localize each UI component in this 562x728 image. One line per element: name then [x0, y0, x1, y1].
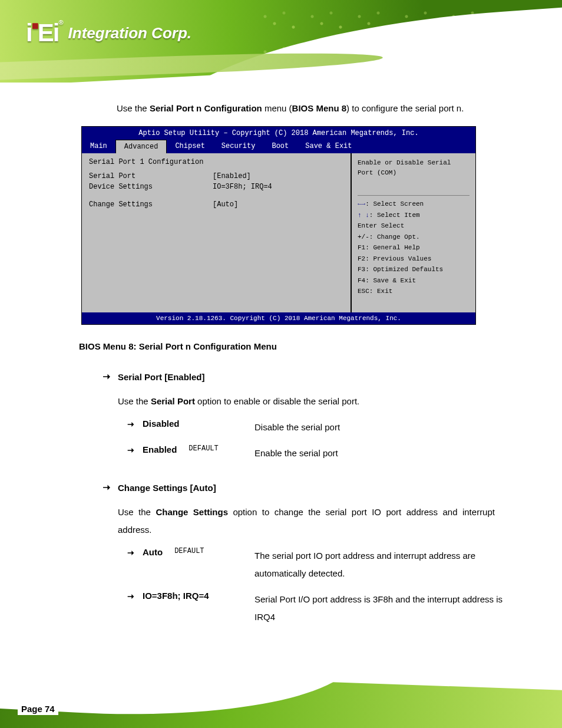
bios-left-pane: Serial Port 1 Configuration Serial Port … — [82, 153, 352, 312]
bios-right-pane: Enable or Disable Serial Port (COM) ←→: … — [352, 153, 475, 312]
option-choices: Auto DEFAULT The serial port IO port add… — [126, 547, 514, 626]
logo-accent-icon: ■ — [32, 19, 38, 32]
nav-text: : Previous Values — [365, 255, 431, 262]
choice-label-text: Enabled — [143, 444, 177, 454]
bios-body: Serial Port 1 Configuration Serial Port … — [82, 153, 475, 312]
choice-label-text: Auto — [143, 547, 163, 557]
bios-title: Aptio Setup Utility – Copyright (C) 2018… — [82, 127, 475, 140]
intro-post: ) to configure the serial port n. — [346, 103, 464, 113]
logo-mark-prefix: i — [26, 19, 32, 47]
arrow-right-icon — [126, 548, 137, 559]
choice-description: Disable the serial port — [254, 419, 514, 436]
option-title: Change Settings [Auto] — [118, 483, 216, 493]
nav-f3: F3: Optimized Defaults — [358, 265, 470, 275]
logo-registered-icon: ® — [58, 19, 62, 26]
opt-desc-pre: Use the — [118, 396, 151, 406]
nav-key: F3 — [358, 266, 365, 273]
arrow-right-icon — [101, 482, 112, 493]
opt-desc-bold: Serial Port — [151, 396, 195, 406]
arrow-right-icon — [126, 446, 137, 456]
opt-desc-pre: Use the — [118, 507, 156, 517]
option-description: Use the Serial Port option to enable or … — [118, 393, 495, 410]
option-serial-port: Serial Port [Enabled] Use the Serial Por… — [101, 371, 514, 462]
nav-text: : Save & Exit — [365, 277, 416, 284]
bios-help-text: Enable or Disable Serial Port (COM) — [358, 158, 470, 177]
arrow-updown-icon: ↑ ↓ — [358, 212, 369, 219]
bios-tab-main[interactable]: Main — [82, 140, 115, 153]
option-choices: Disabled Disable the serial port Enabled… — [126, 419, 514, 462]
bios-row-label: Device Settings — [89, 183, 213, 191]
nav-key: +/- — [358, 233, 369, 241]
logo: i■Ei® Integration Corp. — [26, 19, 191, 47]
nav-f2: F2: Previous Values — [358, 254, 470, 264]
bios-row-value: IO=3F8h; IRQ=4 — [213, 183, 272, 191]
choice-io3f8: IO=3F8h; IRQ=4 Serial Port I/O port addr… — [126, 591, 514, 626]
nav-text: : Optimized Defaults — [365, 266, 443, 273]
nav-key: Enter — [358, 222, 377, 229]
nav-text: : Exit — [369, 288, 393, 295]
bios-row-device-settings: Device Settings IO=3F8h; IRQ=4 — [89, 183, 343, 191]
opt-desc-bold: Change Settings — [156, 507, 228, 517]
bottom-banner: Page 74 — [0, 675, 562, 728]
logo-text: Integration Corp. — [68, 24, 191, 42]
option-description: Use the Change Settings option to change… — [118, 503, 495, 539]
choice-description: Serial Port I/O port address is 3F8h and… — [254, 591, 514, 626]
choice-default-tag: DEFAULT — [174, 547, 204, 557]
option-heading: Change Settings [Auto] — [101, 482, 514, 493]
arrow-right-icon — [126, 592, 137, 602]
bios-row-label: Serial Port — [89, 172, 213, 180]
choice-label: Enabled DEFAULT — [143, 444, 254, 454]
option-change-settings: Change Settings [Auto] Use the Change Se… — [101, 482, 514, 626]
nav-text: Select — [381, 222, 405, 229]
bios-tab-saveexit[interactable]: Save & Exit — [297, 140, 360, 153]
bios-tab-chipset[interactable]: Chipset — [167, 140, 213, 153]
choice-enabled: Enabled DEFAULT Enable the serial port — [126, 444, 514, 462]
nav-text: : Change Opt. — [369, 233, 420, 241]
option-heading: Serial Port [Enabled] — [101, 371, 514, 382]
logo-mark-suffix: i — [53, 19, 59, 47]
intro-line: Use the Serial Port n Configuration menu… — [117, 103, 562, 113]
choice-disabled: Disabled Disable the serial port — [126, 419, 514, 436]
choice-description: Enable the serial port — [254, 444, 514, 462]
nav-key: F4 — [358, 277, 365, 284]
choice-label-text: IO=3F8h; IRQ=4 — [143, 591, 209, 601]
bios-tab-advanced[interactable]: Advanced — [115, 140, 167, 153]
bios-tabs: Main Advanced Chipset Security Boot Save… — [82, 140, 475, 153]
intro-pre: Use the — [117, 103, 150, 113]
choice-auto: Auto DEFAULT The serial port IO port add… — [126, 547, 514, 582]
bios-menu-caption: BIOS Menu 8: Serial Port n Configuration… — [79, 341, 562, 351]
bios-tab-security[interactable]: Security — [213, 140, 264, 153]
nav-change-opt: +/-: Change Opt. — [358, 232, 470, 242]
logo-mark: i■Ei® — [26, 19, 62, 47]
nav-key: F1 — [358, 244, 365, 251]
nav-key: ESC — [358, 288, 369, 295]
nav-select-screen: ←→: Select Screen — [358, 199, 470, 209]
logo-mark-main: E — [38, 19, 53, 47]
bios-footer: Version 2.18.1263. Copyright (C) 2018 Am… — [82, 312, 475, 324]
nav-f1: F1: General Help — [358, 243, 470, 253]
choice-label: Auto DEFAULT — [143, 547, 254, 557]
bios-menu: Aptio Setup Utility – Copyright (C) 2018… — [81, 126, 476, 325]
nav-f4: F4: Save & Exit — [358, 276, 470, 286]
nav-text: : Select Screen — [365, 200, 424, 207]
bios-row-serial-port[interactable]: Serial Port [Enabled] — [89, 172, 343, 180]
arrow-leftright-icon: ←→ — [358, 200, 365, 207]
choice-label: IO=3F8h; IRQ=4 — [143, 591, 254, 601]
page-number: Page 74 — [18, 703, 58, 715]
top-banner: i■Ei® Integration Corp. — [0, 0, 562, 83]
choice-label: Disabled — [143, 419, 254, 429]
bios-row-label: Change Settings — [89, 200, 213, 209]
bios-row-value: [Enabled] — [213, 172, 251, 180]
page-content: Use the Serial Port n Configuration menu… — [0, 103, 562, 634]
arrow-right-icon — [101, 371, 112, 382]
bios-nav-keys: ←→: Select Screen ↑ ↓: Select Item Enter… — [358, 199, 470, 297]
nav-key: F2 — [358, 255, 365, 262]
arrow-right-icon — [126, 420, 137, 430]
bios-row-change-settings[interactable]: Change Settings [Auto] — [89, 200, 343, 209]
nav-text: : Select Item — [369, 212, 420, 219]
bios-tab-boot[interactable]: Boot — [263, 140, 297, 153]
choice-description: The serial port IO port address and inte… — [254, 547, 514, 582]
opt-desc-post: option to enable or disable the serial p… — [195, 396, 359, 406]
choice-label-text: Disabled — [143, 419, 180, 429]
nav-select-item: ↑ ↓: Select Item — [358, 210, 470, 220]
